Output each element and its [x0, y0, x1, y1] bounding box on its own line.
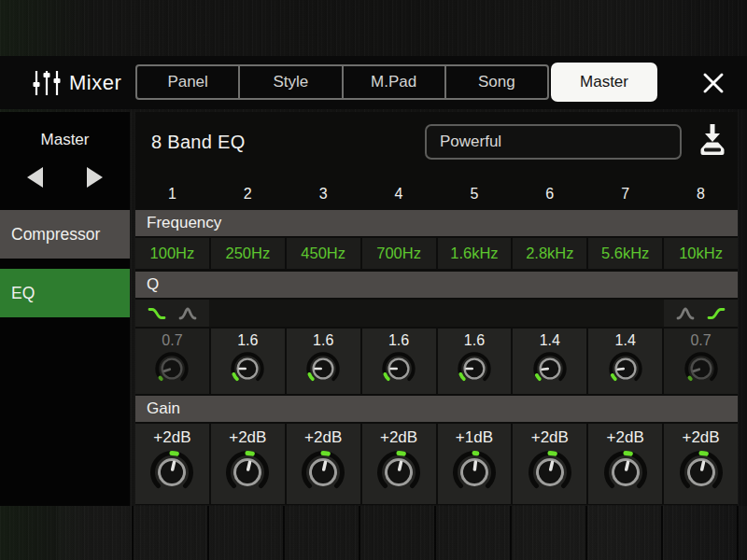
q-knob[interactable]	[531, 350, 569, 387]
tab-song[interactable]: Song	[444, 66, 547, 98]
gain-knob[interactable]	[223, 448, 272, 497]
gain-value: +2dB	[380, 427, 417, 448]
gain-knob[interactable]	[374, 448, 423, 497]
gain-band-cell: +2dB	[362, 424, 436, 504]
frequency-value[interactable]: 1.6kHz	[438, 238, 512, 269]
band-number-row: 12345678	[135, 181, 738, 207]
frequency-value[interactable]: 10kHz	[664, 238, 738, 269]
frequency-value[interactable]: 700Hz	[362, 238, 436, 269]
titlebar: Mixer Panel Style M.Pad Song Master	[0, 56, 747, 109]
q-knob[interactable]	[153, 350, 190, 387]
gain-value: +2dB	[531, 427, 569, 448]
q-band-cell: 1.4	[513, 329, 586, 394]
gain-knob[interactable]	[450, 448, 499, 497]
peak-icon[interactable]	[176, 304, 200, 323]
filter-type-cell	[513, 300, 586, 327]
filter-type-cell	[588, 300, 662, 327]
close-icon[interactable]	[698, 68, 728, 98]
filter-type-cell	[211, 300, 285, 327]
band-number: 3	[287, 181, 360, 207]
filter-type-cell[interactable]	[135, 300, 209, 327]
band-number: 8	[664, 181, 738, 207]
band-number: 6	[513, 181, 586, 207]
q-value: 1.4	[615, 331, 636, 350]
frequency-value[interactable]: 100Hz	[135, 238, 209, 269]
tab-panel[interactable]: Panel	[137, 66, 238, 98]
gain-knob[interactable]	[526, 448, 574, 497]
gain-value: +2dB	[229, 427, 266, 448]
gain-row: +2dB+2dB+2dB+2dB+1dB+2dB+2dB+2dB	[135, 424, 738, 504]
sidebar-item-eq[interactable]: EQ	[0, 269, 130, 317]
gain-knob[interactable]	[601, 448, 650, 497]
gain-value: +1dB	[456, 427, 493, 448]
q-knob[interactable]	[456, 350, 493, 387]
gain-band-cell: +1dB	[438, 424, 512, 504]
filter-type-row	[135, 300, 738, 327]
peak-icon[interactable]	[673, 304, 698, 323]
band-number: 5	[438, 181, 512, 207]
part-selector-label: Master	[0, 112, 130, 149]
q-section-label: Q	[135, 272, 738, 298]
q-value: 1.4	[540, 331, 560, 350]
tab-group: Panel Style M.Pad Song	[135, 64, 549, 100]
gain-knob[interactable]	[299, 448, 347, 497]
preset-selector[interactable]: Powerful	[425, 124, 682, 160]
gain-band-cell: +2dB	[588, 424, 662, 504]
frequency-section-label: Frequency	[135, 210, 738, 236]
q-knob[interactable]	[304, 350, 342, 387]
q-value: 1.6	[313, 331, 333, 350]
preset-value: Powerful	[440, 133, 501, 150]
app-title: Mixer	[69, 56, 121, 109]
sidebar: Master Compressor EQ	[0, 112, 130, 506]
frequency-value[interactable]: 450Hz	[287, 238, 360, 269]
q-band-cell: 0.7	[664, 329, 738, 394]
gain-knob[interactable]	[677, 448, 726, 497]
tab-style[interactable]: Style	[238, 66, 341, 98]
q-row: 0.71.61.61.61.61.41.40.7	[135, 329, 738, 394]
q-band-cell: 1.4	[588, 329, 662, 394]
screen: Mixer Panel Style M.Pad Song Master Mast…	[0, 0, 747, 560]
q-band-cell: 1.6	[211, 329, 285, 394]
frequency-value[interactable]: 2.8kHz	[513, 238, 586, 269]
tab-master[interactable]: Master	[551, 63, 657, 102]
q-knob[interactable]	[607, 350, 644, 387]
gain-band-cell: +2dB	[513, 424, 586, 504]
high-shelf-icon[interactable]	[704, 304, 728, 323]
mixer-faders-icon	[31, 68, 63, 98]
frequency-value[interactable]: 5.6kHz	[588, 238, 662, 269]
q-band-cell: 1.6	[438, 329, 512, 394]
left-arrow-icon	[27, 167, 43, 188]
gain-value: +2dB	[682, 427, 719, 448]
q-knob[interactable]	[380, 350, 417, 387]
frequency-row: 100Hz250Hz450Hz700Hz1.6kHz2.8kHz5.6kHz10…	[135, 238, 738, 269]
filter-type-cell	[287, 300, 360, 327]
tab-mpad[interactable]: M.Pad	[342, 66, 444, 98]
filter-type-cell[interactable]	[664, 300, 738, 327]
q-value: 0.7	[162, 331, 182, 350]
q-value: 1.6	[464, 331, 485, 350]
q-knob[interactable]	[229, 350, 266, 387]
q-band-cell: 0.7	[135, 329, 209, 394]
band-number: 4	[362, 181, 436, 207]
gain-band-cell: +2dB	[211, 424, 285, 504]
background-columns	[58, 506, 747, 560]
next-part-button[interactable]	[78, 163, 110, 191]
right-arrow-icon	[87, 167, 103, 188]
gain-band-cell: +2dB	[664, 424, 738, 504]
frequency-value[interactable]: 250Hz	[211, 238, 285, 269]
filter-type-cell	[438, 300, 512, 327]
save-icon[interactable]	[695, 119, 730, 161]
q-value: 1.6	[237, 331, 258, 350]
panel-title: 8 Band EQ	[151, 132, 246, 153]
q-value: 0.7	[690, 331, 711, 350]
sidebar-item-compressor[interactable]: Compressor	[0, 210, 130, 259]
prev-part-button[interactable]	[19, 163, 50, 191]
q-knob[interactable]	[683, 350, 720, 387]
low-shelf-icon[interactable]	[145, 304, 169, 323]
gain-value: +2dB	[304, 427, 342, 448]
filter-type-cell	[362, 300, 436, 327]
eq-panel: 8 Band EQ Powerful 12345678 Frequency 10…	[135, 112, 738, 505]
gain-band-cell: +2dB	[135, 424, 209, 504]
band-number: 1	[135, 181, 209, 207]
gain-knob[interactable]	[148, 448, 196, 497]
